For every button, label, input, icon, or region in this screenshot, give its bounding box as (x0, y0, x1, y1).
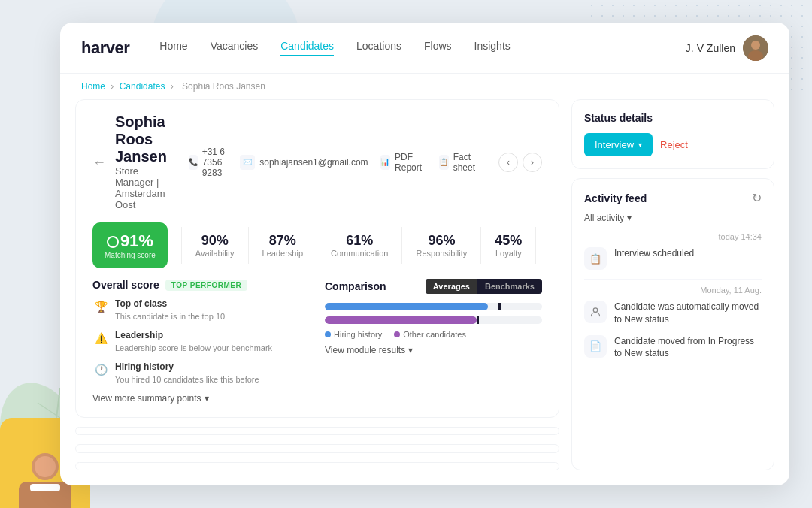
nav-insights[interactable]: Insights (474, 40, 511, 56)
activity-icon-2: 📄 (584, 335, 607, 358)
summary-comparison: Overall score TOP PERFORMER 🏆 Top of cla… (92, 279, 542, 404)
leadership-metric: 87% Leadership (249, 227, 317, 264)
next-candidate-button[interactable]: › (523, 153, 542, 172)
view-module-results[interactable]: View module results ▾ (325, 345, 542, 355)
activity-filter-label: All activity (584, 213, 624, 223)
candidate-role: Store Manager | Amsterdam Oost (115, 165, 180, 210)
bar-blue-0 (325, 303, 488, 310)
contact-details-accordion: 👥 Contact Details ∧ (75, 427, 559, 435)
factsheet-icon: 📋 (439, 155, 449, 170)
nav-vacancies[interactable]: Vacancies (211, 40, 259, 56)
metrics-row: 90% Availability 87% Leadership 61% Comm… (181, 227, 537, 264)
comparison-toggle: Averages Benchmarks (426, 279, 542, 294)
responsibility-metric: 96% Responsibility (402, 227, 481, 264)
content-area: ← Sophia Roos Jansen Store Manager | Ams… (60, 99, 789, 485)
email-action[interactable]: ✉️ sophiajansen1@gmail.com (240, 155, 368, 170)
bar-marker-1 (477, 316, 479, 324)
right-panel: Status details Interview ▾ Reject Activi… (571, 99, 774, 470)
candidate-top-row: ← Sophia Roos Jansen Store Manager | Ams… (92, 113, 542, 210)
logo: harver (81, 38, 129, 58)
filter-icon: ▾ (627, 213, 632, 223)
candidate-name-block: Sophia Roos Jansen Store Manager | Amste… (115, 113, 180, 210)
nav: harver Home Vacancies Candidates Locatio… (60, 23, 789, 74)
availability-accordion: 📅 Availability Mo Tu We Th Fr Sa Su ∧ (75, 444, 559, 453)
activity-date-1: Monday, 11 Aug. (584, 286, 762, 295)
loyalty-value: 45% (495, 233, 522, 249)
refresh-icon[interactable]: ↻ (752, 191, 762, 205)
summary-item-0-title: Top of class (115, 298, 225, 309)
files-accordion: 📄 Files and Documents ∧ (75, 462, 559, 470)
svg-point-10 (751, 41, 760, 50)
contact-details-header[interactable]: 👥 Contact Details ∧ (76, 428, 559, 435)
summary-title: Overall score TOP PERFORMER (92, 279, 310, 291)
interview-button[interactable]: Interview ▾ (584, 133, 653, 156)
svg-point-12 (593, 308, 598, 313)
summary-section: Overall score TOP PERFORMER 🏆 Top of cla… (92, 279, 310, 404)
activity-item-0: 📋 Interview scheduled (584, 247, 762, 270)
back-button[interactable]: ← (92, 156, 106, 169)
activity-item-2: 📄 Candidate moved from In Progress to Ne… (584, 335, 762, 361)
bar-track-0 (325, 303, 542, 310)
summary-item-2-title: Hiring history (115, 361, 259, 372)
matching-score: 91% Matching score (92, 222, 168, 268)
summary-item-1-desc: Leadership score is below your benchmark (115, 343, 272, 352)
comparison-section: Comparison Averages Benchmarks (325, 279, 542, 404)
activity-divider-0 (584, 279, 762, 280)
prev-candidate-button[interactable]: ‹ (498, 153, 518, 172)
score-row: 91% Matching score 90% Availability 87% … (92, 222, 542, 268)
phone-icon: 📞 (189, 155, 198, 170)
leadership-value: 87% (262, 233, 303, 249)
fact-sheet-action[interactable]: 📋 Fact sheet (439, 152, 480, 173)
svg-rect-8 (30, 484, 60, 491)
summary-item-2: 🕐 Hiring history You hired 10 candidates… (92, 361, 310, 386)
breadcrumb-candidates[interactable]: Candidates (120, 81, 165, 92)
email-icon: ✉️ (240, 155, 255, 170)
breadcrumb-current: Sophia Roos Jansen (182, 81, 265, 92)
availability-metric: 90% Availability (182, 227, 249, 264)
pdf-icon: 📊 (380, 155, 390, 170)
left-panel: ← Sophia Roos Jansen Store Manager | Ams… (75, 99, 559, 470)
nav-candidates[interactable]: Candidates (280, 40, 334, 56)
summary-item-1: ⚠️ Leadership Leadership score is below … (92, 330, 310, 354)
summary-item-0: 🏆 Top of class This candidate is in the … (92, 298, 310, 322)
candidate-name: Sophia Roos Jansen (115, 113, 180, 165)
nav-links: Home Vacancies Candidates Locations Flow… (159, 40, 686, 56)
comparison-bar-0 (325, 303, 542, 310)
communication-label: Communication (331, 249, 388, 258)
reject-button[interactable]: Reject (660, 139, 688, 150)
warning-icon: ⚠️ (92, 330, 109, 346)
nav-home[interactable]: Home (159, 40, 187, 56)
bar-purple-1 (325, 316, 477, 324)
nav-locations[interactable]: Locations (356, 40, 401, 56)
nav-arrows: ‹ › (498, 153, 542, 172)
activity-item-1: Candidate was automatically moved to New… (584, 301, 762, 326)
phone-action[interactable]: 📞 +31 6 7356 9283 (189, 147, 229, 178)
comparison-title: Comparison Averages Benchmarks (325, 279, 542, 294)
activity-text-2: Candidate moved from In Progress to New … (614, 335, 762, 361)
candidate-actions: 📞 +31 6 7356 9283 ✉️ sophiajansen1@gmail… (189, 147, 542, 178)
main-container: harver Home Vacancies Candidates Locatio… (60, 23, 789, 485)
top-performer-badge: TOP PERFORMER (165, 280, 247, 291)
activity-text-0: Interview scheduled (614, 247, 694, 270)
averages-toggle[interactable]: Averages (426, 279, 477, 294)
files-header[interactable]: 📄 Files and Documents ∧ (76, 463, 559, 470)
availability-value: 90% (195, 233, 235, 249)
view-more-summary[interactable]: View more summary points ▾ (92, 393, 310, 404)
trophy-icon: 🏆 (92, 298, 109, 315)
availability-header[interactable]: 📅 Availability Mo Tu We Th Fr Sa Su ∧ (76, 445, 559, 453)
activity-filter[interactable]: All activity ▾ (584, 213, 762, 223)
availability-label: Availability (195, 249, 235, 258)
activity-icon-1 (584, 301, 607, 323)
summary-item-1-title: Leadership (115, 330, 272, 340)
nav-username: J. V Zullen (686, 42, 735, 54)
candidate-header-card: ← Sophia Roos Jansen Store Manager | Ams… (75, 99, 559, 418)
breadcrumb-home[interactable]: Home (81, 81, 105, 92)
nav-flows[interactable]: Flows (424, 40, 452, 56)
loyalty-label: Loyalty (495, 249, 522, 258)
activity-icon-0: 📋 (584, 247, 607, 270)
bar-legend: Hiring history Other candidates (325, 330, 542, 339)
pdf-report-action[interactable]: 📊 PDF Report (380, 152, 427, 173)
benchmarks-toggle[interactable]: Benchmarks (477, 279, 542, 294)
communication-metric: 61% Communication (317, 227, 402, 264)
bar-track-1 (325, 316, 542, 324)
